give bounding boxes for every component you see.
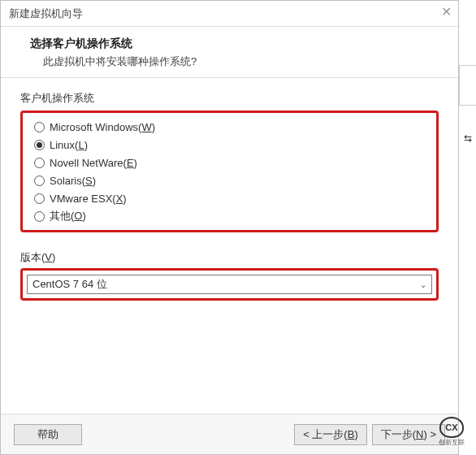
version-selected-value: CentOS 7 64 位 — [32, 277, 107, 292]
radio-label: Microsoft Windows(W) — [50, 121, 155, 133]
version-label: 版本(V) — [20, 250, 439, 265]
version-section: 版本(V) CentOS 7 64 位 ⌄ — [20, 250, 439, 301]
wizard-footer: 帮助 < 上一步(B) 下一步(N) > — [1, 414, 458, 454]
wizard-content: 客户机操作系统 Microsoft Windows(W) Linux(L) No… — [1, 78, 458, 301]
radio-label: Linux(L) — [50, 139, 88, 151]
os-option-linux[interactable]: Linux(L) — [29, 136, 430, 154]
os-option-novell[interactable]: Novell NetWare(E) — [29, 154, 430, 171]
radio-label: VMware ESX(X) — [50, 193, 127, 205]
radio-icon — [34, 193, 45, 204]
version-select[interactable]: CentOS 7 64 位 ⌄ — [27, 275, 432, 294]
radio-label: Solaris(S) — [50, 175, 96, 187]
os-radio-group: Microsoft Windows(W) Linux(L) Novell Net… — [20, 110, 439, 232]
back-button[interactable]: < 上一步(B) — [294, 424, 367, 445]
brand-logo-icon: CX — [439, 417, 464, 438]
help-button[interactable]: 帮助 — [14, 424, 82, 445]
radio-label: 其他(O) — [50, 209, 86, 223]
brand-watermark: CX 创新互联 — [429, 414, 474, 448]
radio-label: Novell NetWare(E) — [50, 157, 137, 169]
radio-icon — [34, 211, 45, 222]
os-option-solaris[interactable]: Solaris(S) — [29, 171, 430, 189]
decor-symbol: ⇆ — [459, 130, 476, 146]
close-icon[interactable]: ✕ — [441, 4, 452, 20]
radio-icon — [34, 158, 45, 168]
right-decoration: ⇆ — [459, 0, 476, 455]
decor-badge — [459, 65, 476, 106]
os-option-vmware-esx[interactable]: VMware ESX(X) — [29, 189, 430, 207]
wizard-dialog: 新建虚拟机向导 ✕ 选择客户机操作系统 此虚拟机中将安装哪种操作系统? 客户机操… — [0, 0, 459, 455]
radio-icon — [34, 122, 45, 132]
wizard-header: 选择客户机操作系统 此虚拟机中将安装哪种操作系统? — [1, 27, 458, 78]
window-title: 新建虚拟机向导 — [9, 6, 83, 21]
chevron-down-icon: ⌄ — [420, 280, 426, 289]
titlebar: 新建虚拟机向导 ✕ — [1, 1, 458, 27]
os-section-label: 客户机操作系统 — [20, 91, 439, 106]
os-option-windows[interactable]: Microsoft Windows(W) — [29, 118, 430, 136]
page-title: 选择客户机操作系统 — [30, 37, 429, 51]
os-option-other[interactable]: 其他(O) — [29, 207, 430, 225]
page-subtitle: 此虚拟机中将安装哪种操作系统? — [30, 54, 429, 69]
brand-text: 创新互联 — [439, 438, 465, 447]
radio-icon — [34, 176, 45, 186]
radio-icon — [34, 140, 45, 150]
version-select-highlight: CentOS 7 64 位 ⌄ — [20, 268, 439, 301]
